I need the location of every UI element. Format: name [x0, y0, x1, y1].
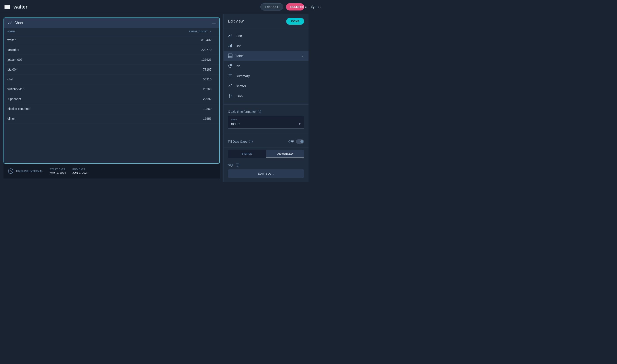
bar-chart-icon [228, 43, 233, 48]
end-date-group: End Date JUN 3, 2024 [72, 168, 88, 174]
clock-icon [8, 168, 13, 174]
chart-type-line[interactable]: Line [223, 31, 308, 41]
pie-label: Pie [236, 64, 241, 68]
cell-value: 77187 [185, 68, 216, 71]
tab-advanced[interactable]: ADVANCED [266, 150, 304, 158]
cell-name: chef [7, 78, 185, 81]
svg-point-24 [231, 95, 231, 96]
cell-name: elinor [7, 117, 185, 120]
table-row[interactable]: ptz.004 77187 [4, 65, 219, 75]
table-row[interactable]: Alpacabot 22992 [4, 94, 219, 104]
table-label: Table [236, 54, 244, 58]
sql-label: SQL ? [228, 163, 304, 167]
x-axis-dropdown[interactable]: Value none ▼ [228, 116, 304, 129]
x-axis-help-icon[interactable]: ? [257, 110, 261, 113]
app-logo: walter [13, 4, 27, 10]
fill-date-help-icon[interactable]: ? [249, 140, 253, 143]
data-table[interactable]: NAME EVENT_COUNT ▲ walter 318432 tanimbo… [4, 28, 219, 163]
svg-point-20 [231, 84, 232, 85]
chart-header: Chart — [4, 18, 219, 28]
json-icon [228, 93, 233, 98]
cell-name: jetcam.006 [7, 58, 185, 61]
table-row[interactable]: nicolas-container 19869 [4, 104, 219, 114]
line-label: Line [236, 34, 242, 38]
add-module-button[interactable]: + MODULE [260, 3, 283, 11]
svg-point-18 [229, 85, 230, 86]
dropdown-value: none [231, 122, 240, 126]
chart-panel: Chart — NAME EVENT_COUNT ▲ walter 318432… [0, 14, 223, 182]
menu-button[interactable] [4, 5, 10, 9]
start-date-group: Start Date MAY 1, 2024 [50, 168, 66, 174]
dropdown-arrow-icon[interactable]: ▼ [298, 123, 301, 126]
scatter-label: Scatter [236, 84, 246, 88]
page-title: boni-analytics [296, 5, 308, 9]
summary-icon [228, 73, 233, 78]
timeline-label: TIMELINE INTERVAL [16, 170, 43, 172]
header: walter boni-analytics + MODULE RESET [0, 0, 308, 14]
scatter-icon [228, 83, 233, 88]
svg-rect-4 [229, 46, 229, 47]
col-name-header: NAME [7, 30, 185, 33]
chart-title: Chart [14, 21, 23, 25]
dropdown-sublabel: Value [231, 118, 301, 121]
col-event-header: EVENT_COUNT ▲ [185, 30, 216, 33]
cell-name: Alpacabot [7, 97, 185, 101]
line-chart-icon [228, 33, 233, 38]
table-row[interactable]: chef 50910 [4, 75, 219, 84]
sql-section: SQL ? EDIT SQL... [223, 161, 308, 181]
chart-container: Chart — NAME EVENT_COUNT ▲ walter 318432… [3, 17, 220, 164]
edit-panel-title: Edit view [228, 19, 244, 24]
cell-value: 17555 [185, 117, 216, 120]
table-row[interactable]: turtlebot.410 26269 [4, 84, 219, 94]
cell-name: walter [7, 38, 185, 42]
svg-line-3 [11, 171, 12, 172]
table-header: NAME EVENT_COUNT ▲ [4, 28, 219, 35]
cell-value: 50910 [185, 78, 216, 81]
timeline-bar: TIMELINE INTERVAL Start Date MAY 1, 2024… [3, 164, 220, 179]
cell-value: 318432 [185, 38, 216, 42]
toggle-status: OFF [288, 140, 294, 143]
summary-label: Summary [236, 74, 250, 78]
sort-arrow-icon[interactable]: ▲ [209, 30, 211, 33]
cell-name: ptz.004 [7, 68, 185, 71]
cell-name: turtlebot.410 [7, 87, 185, 91]
tab-simple[interactable]: SIMPLE [228, 150, 266, 158]
table-row[interactable]: tanimbot 220770 [4, 45, 219, 55]
table-row[interactable]: jetcam.006 127626 [4, 55, 219, 65]
chart-type-pie[interactable]: Pie [223, 61, 308, 71]
sql-help-icon[interactable]: ? [236, 163, 239, 167]
chart-type-table[interactable]: Table ✓ [223, 51, 308, 61]
dropdown-row: none ▼ [231, 122, 301, 126]
chart-type-summary[interactable]: Summary [223, 71, 308, 81]
svg-rect-7 [228, 54, 232, 58]
chart-type-json[interactable]: Json [223, 91, 308, 101]
table-rows-container: walter 318432 tanimbot 220770 jetcam.006… [4, 35, 219, 124]
table-chart-icon [228, 53, 233, 58]
timeline-icon-wrap: TIMELINE INTERVAL [8, 168, 43, 174]
minimize-icon[interactable]: — [212, 21, 216, 25]
mode-tabs: SIMPLE ADVANCED [228, 150, 304, 158]
edit-panel-header: Edit view DONE [223, 14, 308, 29]
table-row[interactable]: elinor 17555 [4, 114, 219, 124]
chart-type-scatter[interactable]: Scatter [223, 81, 308, 91]
check-icon: ✓ [301, 54, 304, 58]
end-date-label: End Date [72, 168, 88, 171]
cell-value: 127626 [185, 58, 216, 61]
chart-type-bar[interactable]: Bar [223, 41, 308, 51]
toggle-switch[interactable] [296, 139, 304, 144]
fill-date-gaps-label: Fill Date Gaps ? [228, 140, 253, 143]
svg-rect-6 [231, 44, 232, 47]
svg-point-23 [229, 95, 230, 96]
cell-value: 26269 [185, 87, 216, 91]
main-layout: Chart — NAME EVENT_COUNT ▲ walter 318432… [0, 14, 308, 182]
done-button[interactable]: DONE [286, 18, 304, 25]
table-row[interactable]: walter 318432 [4, 35, 219, 45]
svg-point-19 [231, 86, 231, 87]
end-date-value: JUN 3, 2024 [72, 171, 88, 174]
edit-sql-button[interactable]: EDIT SQL... [228, 169, 304, 178]
toggle-right: OFF [288, 139, 304, 144]
x-axis-section: X axis time formatter ? Value none ▼ [223, 106, 308, 132]
cell-name: tanimbot [7, 48, 185, 52]
start-date-label: Start Date [50, 168, 66, 171]
fill-date-gaps-row: Fill Date Gaps ? OFF [223, 136, 308, 147]
